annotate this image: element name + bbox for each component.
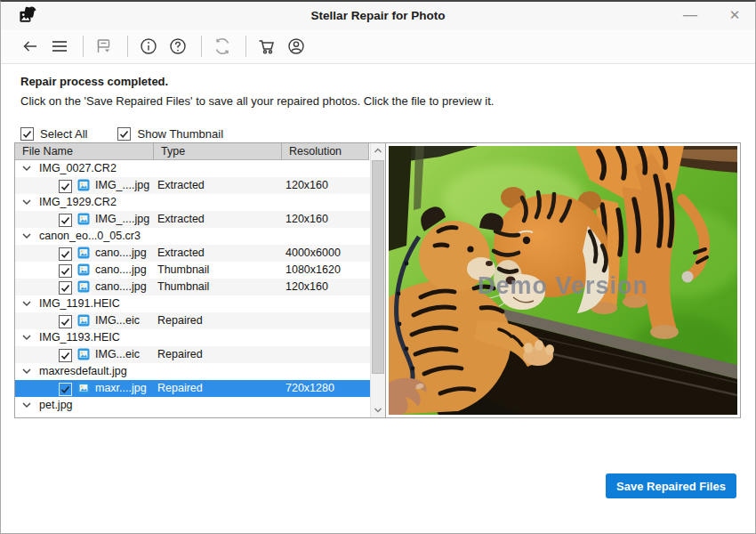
main-panel: File Name Type Resolution IMG_0027.CR2 I… <box>14 142 741 418</box>
item-resolution: 1080x1620 <box>286 262 341 279</box>
chevron-down-icon[interactable] <box>22 334 31 341</box>
item-file-name: cano....jpg <box>95 279 147 295</box>
help-icon[interactable] <box>168 36 188 56</box>
file-table: File Name Type Resolution IMG_0027.CR2 I… <box>15 143 386 417</box>
app-window: Stellar Repair for Photo — ✕ <box>0 0 756 534</box>
item-file-name: IMG_....jpg <box>95 211 149 228</box>
toolbar-separator <box>127 36 128 57</box>
title-bar: Stellar Repair for Photo — ✕ <box>1 2 755 30</box>
item-type: Extracted <box>157 211 205 228</box>
select-all-label: Select All <box>40 127 87 141</box>
item-type: Repaired <box>157 380 203 397</box>
select-all-checkbox[interactable]: Select All <box>20 127 87 141</box>
close-button[interactable]: ✕ <box>721 2 748 29</box>
toolbar-separator <box>245 36 246 57</box>
photo-thumbnail-icon <box>77 213 90 225</box>
chevron-down-icon[interactable] <box>22 368 31 375</box>
item-resolution: 120x160 <box>286 279 328 295</box>
table-row[interactable]: cano....jpg Thumbnail 120x160 <box>15 279 370 295</box>
group-file-name: IMG_0027.CR2 <box>39 160 117 177</box>
table-row[interactable]: cano....jpg Thumbnail 1080x1620 <box>15 262 370 279</box>
item-resolution: 720x1280 <box>286 380 334 397</box>
save-repaired-files-button[interactable]: Save Repaired Files <box>606 473 736 498</box>
item-resolution: 4000x6000 <box>286 245 341 262</box>
chevron-down-icon[interactable] <box>22 300 31 307</box>
row-checkbox[interactable] <box>59 349 72 362</box>
table-row-group[interactable]: maxresdefault.jpg <box>15 363 370 380</box>
table-row[interactable]: maxr....jpg Repaired 720x1280 <box>15 380 370 397</box>
checkbox-box <box>117 127 131 141</box>
account-icon[interactable] <box>286 36 306 56</box>
photo-preview[interactable]: Demo Version <box>386 143 740 417</box>
scrollbar-thumb[interactable] <box>372 160 384 374</box>
photo-thumbnail-icon <box>77 314 90 327</box>
file-table-body: IMG_0027.CR2 IMG_....jpg Extracted 120x1… <box>15 160 370 414</box>
table-row[interactable]: IMG_....jpg Extracted 120x160 <box>15 211 370 228</box>
row-checkbox[interactable] <box>59 264 72 278</box>
row-checkbox[interactable] <box>59 315 72 328</box>
table-row-group[interactable]: pet.jpg <box>15 397 370 414</box>
item-file-name: IMG...eic <box>95 346 140 363</box>
chevron-down-icon[interactable] <box>22 401 31 409</box>
item-type: Extracted <box>157 177 205 194</box>
header-type[interactable]: Type <box>154 143 282 160</box>
scroll-down-button[interactable] <box>371 402 385 417</box>
back-arrow-icon[interactable] <box>20 36 40 56</box>
item-file-name: IMG_....jpg <box>95 177 149 194</box>
minimize-button[interactable]: — <box>677 2 704 29</box>
show-thumbnail-checkbox[interactable]: Show Thumbnail <box>117 127 223 141</box>
photo-thumbnail-icon <box>77 263 90 276</box>
refresh-icon[interactable] <box>213 36 232 56</box>
row-checkbox[interactable] <box>59 247 72 261</box>
chevron-down-icon[interactable] <box>22 165 31 172</box>
status-instruction: Click on the 'Save Repaired Files' to sa… <box>20 94 494 108</box>
photo-thumbnail-icon <box>77 247 90 259</box>
photo-thumbnail-icon <box>77 280 90 293</box>
group-file-name: canon_eo...0_05.cr3 <box>39 228 141 245</box>
vertical-scrollbar[interactable] <box>370 143 385 417</box>
group-file-name: IMG_1929.CR2 <box>39 194 117 211</box>
info-icon[interactable] <box>139 36 158 56</box>
item-file-name: cano....jpg <box>95 262 147 279</box>
item-type: Repaired <box>157 312 203 329</box>
scroll-up-button[interactable] <box>371 143 385 158</box>
group-file-name: IMG_1191.HEIC <box>39 295 120 312</box>
menu-icon[interactable] <box>50 36 69 56</box>
item-resolution: 120x160 <box>286 177 328 194</box>
table-row[interactable]: cano....jpg Extracted 4000x6000 <box>15 245 370 262</box>
chevron-down-icon[interactable] <box>22 198 31 206</box>
cart-icon[interactable] <box>257 36 277 56</box>
item-type: Thumbnail <box>157 279 209 295</box>
filter-row: Select All Show Thumbnail <box>20 127 253 141</box>
toolbar <box>1 29 755 64</box>
item-type: Repaired <box>157 346 203 363</box>
table-row-group[interactable]: IMG_1193.HEIC <box>15 329 370 346</box>
table-row[interactable]: IMG_....jpg Extracted 120x160 <box>15 177 370 194</box>
row-checkbox[interactable] <box>59 281 72 295</box>
table-row-group[interactable]: IMG_1191.HEIC <box>15 295 370 312</box>
row-checkbox[interactable] <box>59 180 72 193</box>
item-resolution: 120x160 <box>286 211 328 228</box>
header-file-name[interactable]: File Name <box>15 143 154 160</box>
table-row-group[interactable]: IMG_1929.CR2 <box>15 194 370 211</box>
toolbar-separator <box>201 36 202 57</box>
item-file-name: IMG...eic <box>95 312 140 329</box>
header-resolution[interactable]: Resolution <box>282 143 369 160</box>
table-row-group[interactable]: canon_eo...0_05.cr3 <box>15 228 370 245</box>
row-checkbox[interactable] <box>59 383 72 396</box>
table-row-group[interactable]: IMG_0027.CR2 <box>15 160 370 177</box>
table-row[interactable]: IMG...eic Repaired <box>15 312 370 329</box>
demo-watermark: Demo Version <box>478 272 648 299</box>
report-flag-icon[interactable] <box>94 36 114 56</box>
group-file-name: pet.jpg <box>39 397 73 414</box>
item-file-name: maxr....jpg <box>95 380 147 397</box>
group-file-name: IMG_1193.HEIC <box>39 329 120 346</box>
row-checkbox[interactable] <box>59 214 72 227</box>
group-file-name: maxresdefault.jpg <box>39 363 127 380</box>
chevron-down-icon[interactable] <box>22 232 31 239</box>
window-title: Stellar Repair for Photo <box>1 2 755 29</box>
photo-thumbnail-icon <box>77 179 90 191</box>
item-type: Extracted <box>157 245 205 262</box>
photo-thumbnail-icon <box>77 382 90 394</box>
table-row[interactable]: IMG...eic Repaired <box>15 346 370 363</box>
